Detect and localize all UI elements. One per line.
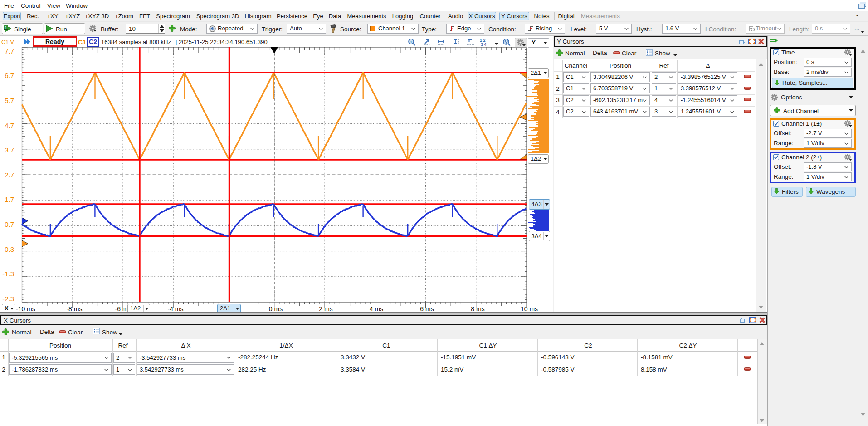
svg-text:4.7: 4.7: [5, 122, 14, 129]
svg-text:-4 ms: -4 ms: [168, 305, 184, 313]
svg-text:-0.3: -0.3: [2, 245, 14, 253]
svg-text:-1.3: -1.3: [2, 270, 14, 278]
svg-text:2.7: 2.7: [5, 171, 14, 179]
svg-text:7.7: 7.7: [5, 47, 14, 55]
svg-text:-2.3: -2.3: [2, 295, 14, 303]
svg-text:2 ms: 2 ms: [319, 305, 332, 313]
svg-text:5.7: 5.7: [5, 97, 14, 104]
svg-text:6 ms: 6 ms: [420, 305, 434, 313]
svg-text:1: 1: [410, 40, 412, 44]
svg-text:-10 ms: -10 ms: [16, 305, 35, 313]
svg-text:3.7: 3.7: [5, 146, 14, 154]
svg-text:-8 ms: -8 ms: [66, 305, 82, 313]
svg-text:0 ms: 0 ms: [269, 305, 283, 313]
svg-text:10 ms: 10 ms: [521, 305, 538, 313]
svg-text:8 ms: 8 ms: [471, 305, 484, 313]
svg-text:3 4: 3 4: [481, 42, 487, 47]
svg-text:6.7: 6.7: [5, 72, 14, 79]
svg-text:1.7: 1.7: [5, 196, 14, 203]
svg-text:0.7: 0.7: [5, 220, 14, 228]
svg-text:4 ms: 4 ms: [370, 305, 383, 313]
